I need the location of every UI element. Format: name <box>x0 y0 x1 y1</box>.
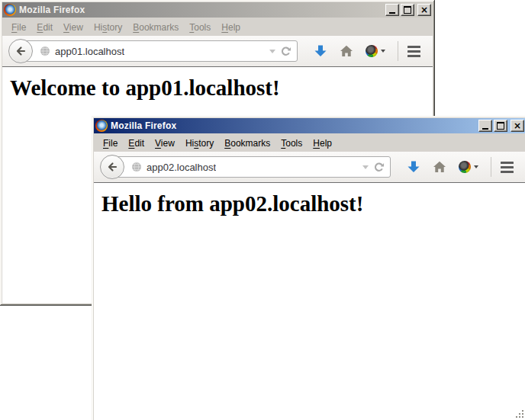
minimize-button[interactable] <box>478 120 492 132</box>
window-title: Mozilla Firefox <box>19 5 382 15</box>
back-button[interactable] <box>8 39 33 63</box>
menu-tools[interactable]: Tools <box>275 136 308 150</box>
maximize-button[interactable] <box>401 4 414 16</box>
home-icon <box>340 45 353 57</box>
chevron-down-icon <box>474 165 478 168</box>
globe-icon[interactable] <box>131 162 142 172</box>
back-arrow-icon <box>106 161 118 173</box>
back-button[interactable] <box>100 155 124 179</box>
menu-bar: File Edit View History Bookmarks Tools H… <box>2 18 433 36</box>
desktop: Mozilla Firefox × File Edit View History… <box>0 0 525 420</box>
window-controls: × <box>385 4 431 16</box>
home-icon <box>433 161 446 173</box>
reload-icon[interactable] <box>373 162 385 173</box>
resize-grip-icon[interactable] <box>514 409 525 419</box>
extension-button[interactable] <box>453 155 485 179</box>
minimize-icon <box>482 128 488 130</box>
firefox-icon[interactable] <box>95 120 108 132</box>
reload-icon[interactable] <box>280 46 291 57</box>
maximize-icon <box>497 122 504 130</box>
window-controls: × <box>478 120 524 132</box>
page-content-app02: Hello from app02.localhost! <box>94 183 525 420</box>
home-button[interactable] <box>427 155 453 179</box>
firefox-window-app02: Mozilla Firefox × File Edit View History… <box>92 116 525 420</box>
menu-file[interactable]: File <box>6 21 31 34</box>
menu-tools[interactable]: Tools <box>184 21 216 34</box>
close-icon: × <box>420 6 428 14</box>
menu-history[interactable]: History <box>180 136 219 150</box>
urlbar-dropdown-icon[interactable] <box>362 165 369 169</box>
window-title: Mozilla Firefox <box>111 120 475 131</box>
color-sphere-icon <box>366 45 378 57</box>
url-text[interactable]: app01.localhost <box>55 46 124 57</box>
maximize-button[interactable] <box>494 120 507 132</box>
page-heading: Hello from app02.localhost! <box>101 191 525 216</box>
download-arrow-icon <box>314 44 327 58</box>
page-heading: Welcome to app01.localhost! <box>10 75 433 101</box>
menu-edit[interactable]: Edit <box>123 136 150 150</box>
hamburger-icon <box>407 46 420 48</box>
menu-help[interactable]: Help <box>216 21 246 34</box>
menu-bookmarks[interactable]: Bookmarks <box>127 21 184 34</box>
navigation-toolbar: app02.localhost <box>94 152 525 183</box>
firefox-icon[interactable] <box>4 4 16 16</box>
titlebar[interactable]: Mozilla Firefox × <box>94 118 525 133</box>
download-button[interactable] <box>308 39 333 63</box>
home-button[interactable] <box>333 39 359 63</box>
toolbar-separator <box>398 41 398 61</box>
url-text[interactable]: app02.localhost <box>147 162 216 173</box>
app-menu-button[interactable] <box>403 46 425 57</box>
menu-edit[interactable]: Edit <box>31 21 58 34</box>
menu-view[interactable]: View <box>150 136 180 150</box>
download-button[interactable] <box>401 155 427 179</box>
maximize-icon <box>404 6 411 14</box>
download-arrow-icon <box>407 160 420 174</box>
menu-view[interactable]: View <box>58 21 89 34</box>
menu-help[interactable]: Help <box>308 136 337 150</box>
minimize-icon <box>389 12 395 14</box>
chevron-down-icon <box>381 50 385 53</box>
hamburger-icon <box>501 162 514 164</box>
menu-history[interactable]: History <box>89 21 127 34</box>
app-menu-button[interactable] <box>496 162 518 173</box>
back-arrow-icon <box>14 45 27 57</box>
url-bar[interactable]: app02.localhost <box>112 156 391 178</box>
close-button[interactable]: × <box>417 4 431 16</box>
minimize-button[interactable] <box>385 4 399 16</box>
color-sphere-icon <box>459 161 471 173</box>
menu-file[interactable]: File <box>98 136 123 150</box>
menu-bar: File Edit View History Bookmarks Tools H… <box>94 134 525 152</box>
close-button[interactable]: × <box>511 120 524 132</box>
urlbar-dropdown-icon[interactable] <box>269 50 275 53</box>
globe-icon[interactable] <box>40 46 50 56</box>
navigation-toolbar: app01.localhost <box>2 36 433 67</box>
toolbar-separator <box>491 157 491 177</box>
close-icon: × <box>514 122 521 130</box>
menu-bookmarks[interactable]: Bookmarks <box>219 136 275 150</box>
url-bar[interactable]: app01.localhost <box>21 40 298 62</box>
titlebar[interactable]: Mozilla Firefox × <box>2 2 433 18</box>
extension-button[interactable] <box>359 39 391 63</box>
